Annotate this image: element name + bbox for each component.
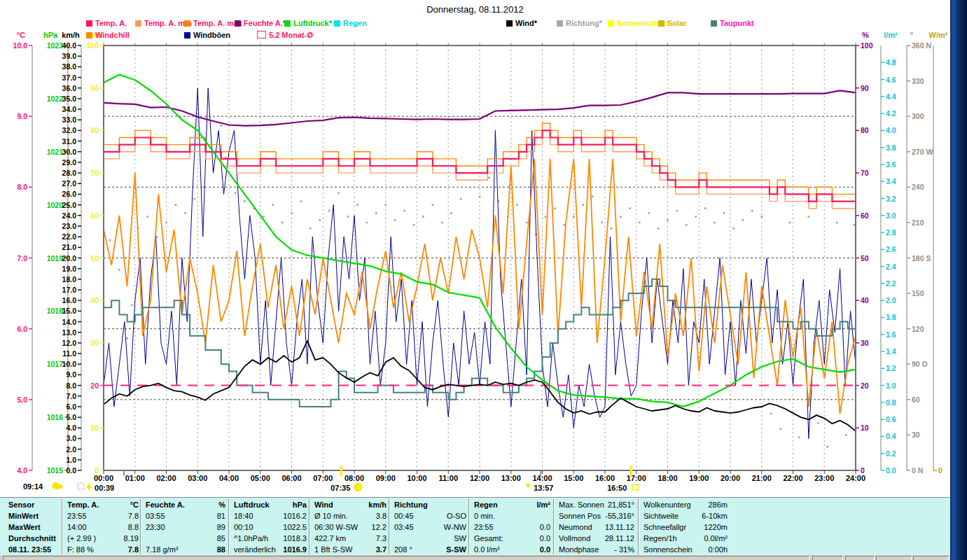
scatter-dot (413, 224, 415, 226)
table-cell: 1018.3 (231, 533, 307, 543)
axis-label: 0.2 (886, 449, 896, 458)
axis-label: 300 (912, 112, 924, 120)
axis-label: 180 S (912, 254, 931, 262)
scatter-dot (611, 227, 613, 230)
scatter-dot (366, 222, 368, 224)
axis-label: 330 (912, 77, 924, 85)
axis-label: 16.0 (62, 296, 77, 304)
scatter-dot (695, 216, 697, 218)
legend-item-label: Richtung* (566, 19, 602, 27)
table-cell: 7.8 (64, 545, 139, 554)
axis-label: 35.0 (62, 94, 77, 103)
table-cell: 7.8 (64, 511, 139, 521)
axis-label: 80 (861, 126, 869, 134)
status-panel (845, 556, 875, 560)
axis-label: 1.2 (886, 364, 896, 372)
axis-label: 30.0 (62, 148, 77, 156)
scatter-dot (309, 227, 312, 230)
scatter-dot (686, 224, 688, 226)
axis-min: min0102030405060708090100 (86, 31, 104, 475)
axis-label: 00:39 (95, 484, 114, 492)
table-row-label: MinWert (8, 511, 39, 521)
legend-item-wind-: Wind* (506, 19, 537, 27)
axis-label: % (862, 31, 869, 39)
axis-label: l/m² (884, 31, 898, 39)
axis-label: 14:00 (532, 474, 552, 482)
cloud-icon (53, 482, 58, 486)
axis-label: 06:00 (281, 474, 301, 482)
legend-item-regen: Regen (334, 19, 367, 27)
axis-label: 4.0 (66, 424, 76, 432)
axis-label: 50 (90, 254, 99, 262)
table-divider (468, 499, 470, 554)
axis-label: 1019 (47, 254, 64, 262)
axis-label: 1018 (47, 307, 64, 315)
axis-label: 360 N (912, 41, 931, 50)
scatter-dot (291, 212, 293, 214)
scatter-dot (184, 212, 186, 214)
scatter-dot (798, 436, 800, 438)
legend-swatch (711, 20, 717, 27)
axis-label: 03:00 (188, 474, 207, 482)
scatter-dot (272, 204, 274, 206)
x-axis-labels: 00:0001:0002:0003:0004:0005:0006:0007:00… (94, 474, 865, 482)
axis-label: 19:00 (689, 474, 709, 482)
scatter-dot (263, 216, 265, 218)
table-column-header: Richtung (394, 500, 428, 510)
page-title: Donnerstag, 08.11.2012 (0, 4, 950, 15)
axis-label: 60 (90, 211, 99, 220)
scatter-dot (779, 428, 781, 430)
axis-label: 23:00 (814, 474, 834, 482)
table-divider (638, 499, 639, 554)
axis-label: 2.4 (886, 262, 896, 271)
axis-label: 80 (90, 126, 99, 134)
table-cell: W-NW (391, 522, 466, 532)
axis-label: 30 (90, 339, 99, 347)
axis-label: ° (910, 31, 913, 39)
axis-label: 00:00 (94, 474, 113, 482)
table-column-header: km/h (312, 500, 387, 510)
scatter-dot (319, 219, 321, 221)
moonrise-arrow-icon (88, 488, 90, 491)
table-cell: 1022.5 (231, 522, 307, 532)
legend-item-windchill: Windchill (86, 31, 130, 39)
legend-item-label: Feuchte A.* (244, 19, 286, 27)
axis-label: 1.4 (886, 347, 896, 356)
scatter-dot (817, 422, 819, 424)
table-divider (228, 499, 230, 554)
scatter-dot (175, 204, 177, 206)
scatter-dot (789, 222, 791, 224)
table-cell: 12.2 (312, 522, 387, 532)
axis-label: 09:00 (376, 474, 396, 482)
table-row-label: MaxWert (8, 522, 41, 532)
scatter-dot (403, 210, 405, 212)
axis-label: 39.0 (62, 52, 77, 60)
scatter-dot (347, 216, 349, 218)
table-cell: 8.19 (64, 533, 139, 543)
table-cell: 3.8 (312, 511, 387, 521)
axis-label: 04:00 (219, 474, 239, 482)
table-cell: S-SW (391, 545, 466, 554)
axis-label: 18.0 (62, 275, 77, 284)
axis-label: 20.0 (62, 254, 77, 262)
axis-label: 20:00 (721, 474, 740, 482)
axis-label: 16:00 (595, 474, 615, 482)
table-cell: 0.0 (471, 522, 550, 532)
scatter-dot (836, 222, 838, 224)
table-cell: 0 min. (474, 511, 495, 521)
legend-swatch (257, 31, 266, 38)
axis-label: 32.0 (62, 126, 77, 134)
axis-label: 07:00 (313, 474, 333, 482)
axis-label: 3.2 (886, 195, 896, 203)
scatter-dot (450, 212, 452, 214)
scatter-dot (751, 210, 753, 212)
axis-label: 40 (90, 296, 99, 304)
scatter-dot (281, 222, 284, 224)
axis-label: 70 (90, 169, 99, 177)
scatter-dot (300, 200, 302, 202)
legend-item-label: Temp. A. (95, 19, 127, 27)
axis-label: 15:00 (564, 474, 583, 482)
scatter-dot (704, 207, 707, 209)
axis-label: 33.0 (62, 115, 77, 124)
scatter-dot (742, 219, 744, 221)
